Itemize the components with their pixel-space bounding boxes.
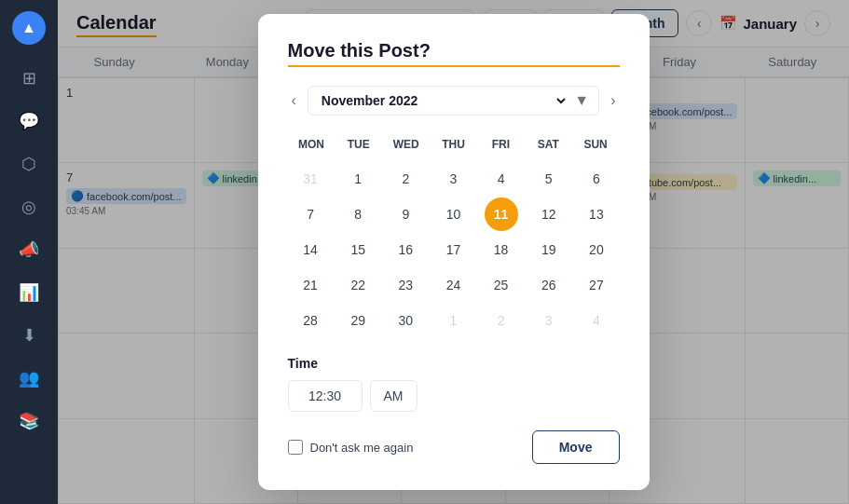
day-5[interactable]: 5 <box>532 162 566 196</box>
month-select[interactable]: November 2022 December 2022 <box>318 92 569 109</box>
day-18[interactable]: 18 <box>485 233 518 266</box>
day-27[interactable]: 27 <box>580 268 613 302</box>
day-7[interactable]: 7 <box>294 198 327 231</box>
modal-overlay[interactable]: Move this Post? ‹ November 2022 December… <box>58 0 849 504</box>
day-17[interactable]: 17 <box>436 233 470 266</box>
dont-ask-text: Don't ask me again <box>310 441 414 455</box>
modal-title: Move this Post? <box>288 40 620 67</box>
sidebar-item-download[interactable]: ⬇ <box>10 317 48 354</box>
dropdown-icon: ▼ <box>574 92 589 109</box>
day-13[interactable]: 13 <box>580 198 613 231</box>
app-logo[interactable]: ▲ <box>12 11 46 45</box>
dow-wed: WED <box>382 134 430 155</box>
sidebar-item-analytics[interactable]: ⬡ <box>10 145 48 183</box>
sidebar-item-dashboard[interactable]: ⊞ <box>10 60 48 97</box>
day-30[interactable]: 30 <box>389 304 422 337</box>
sidebar-item-posts[interactable]: 💬 <box>10 102 48 140</box>
day-21[interactable]: 21 <box>294 268 327 302</box>
day-9[interactable]: 9 <box>389 198 422 231</box>
logo-icon: ▲ <box>21 20 36 36</box>
prev-modal-month-arrow[interactable]: ‹ <box>288 90 300 111</box>
day-3-next[interactable]: 3 <box>532 304 566 337</box>
day-16[interactable]: 16 <box>389 233 422 266</box>
dont-ask-checkbox[interactable] <box>288 440 303 455</box>
day-4[interactable]: 4 <box>485 162 518 196</box>
sidebar-item-chart[interactable]: 📊 <box>10 274 48 311</box>
day-28[interactable]: 28 <box>294 304 327 337</box>
dow-thu: THU <box>430 134 477 155</box>
sidebar-item-campaign[interactable]: 📣 <box>10 231 48 268</box>
time-label: Time <box>288 356 620 371</box>
time-input[interactable] <box>288 380 363 412</box>
dow-sun: SUN <box>572 134 620 155</box>
day-26[interactable]: 26 <box>532 268 566 302</box>
sidebar-item-users[interactable]: 👥 <box>10 360 48 397</box>
month-navigation: ‹ November 2022 December 2022 ▼ › <box>288 86 620 116</box>
day-2-next[interactable]: 2 <box>485 304 518 337</box>
day-23[interactable]: 23 <box>389 268 422 302</box>
sidebar: ▲ ⊞ 💬 ⬡ ◎ 📣 📊 ⬇ 👥 📚 <box>0 0 58 504</box>
day-24[interactable]: 24 <box>436 268 470 302</box>
day-20[interactable]: 20 <box>580 233 613 266</box>
move-post-modal: Move this Post? ‹ November 2022 December… <box>258 14 650 490</box>
day-10[interactable]: 10 <box>436 198 470 231</box>
dow-fri: FRI <box>477 134 525 155</box>
time-section: Time AM <box>288 356 620 412</box>
ampm-button[interactable]: AM <box>370 380 418 412</box>
day-1-next[interactable]: 1 <box>436 304 470 337</box>
month-select-wrapper: November 2022 December 2022 ▼ <box>308 86 599 116</box>
day-14[interactable]: 14 <box>294 233 327 266</box>
day-15[interactable]: 15 <box>341 233 375 266</box>
dow-tue: TUE <box>335 134 382 155</box>
modal-footer: Don't ask me again Move <box>288 430 620 464</box>
day-3[interactable]: 3 <box>436 162 470 196</box>
dont-ask-label: Don't ask me again <box>288 440 414 455</box>
day-22[interactable]: 22 <box>341 268 375 302</box>
day-2[interactable]: 2 <box>389 162 422 196</box>
day-12[interactable]: 12 <box>532 198 566 231</box>
day-6[interactable]: 6 <box>580 162 613 196</box>
time-inputs: AM <box>288 380 620 412</box>
day-11-selected[interactable]: 11 <box>485 198 518 231</box>
date-picker-grid: 31 1 2 3 4 5 6 7 8 9 10 11 12 13 14 15 1… <box>288 162 620 337</box>
next-modal-month-arrow[interactable]: › <box>607 90 619 111</box>
move-button[interactable]: Move <box>532 430 620 464</box>
days-of-week-row: MON TUE WED THU FRI SAT SUN <box>288 134 620 155</box>
main-content: Calendar Day Week Month ‹ 📅 January › <box>58 0 849 504</box>
day-4-next[interactable]: 4 <box>580 304 613 337</box>
dow-mon: MON <box>288 134 335 155</box>
day-1[interactable]: 1 <box>341 162 375 196</box>
sidebar-item-library[interactable]: 📚 <box>10 402 48 440</box>
sidebar-item-target[interactable]: ◎ <box>10 188 48 225</box>
day-8[interactable]: 8 <box>341 198 375 231</box>
day-25[interactable]: 25 <box>485 268 518 302</box>
day-19[interactable]: 19 <box>532 233 566 266</box>
day-29[interactable]: 29 <box>341 304 375 337</box>
day-31-prev[interactable]: 31 <box>294 162 327 196</box>
dow-sat: SAT <box>525 134 572 155</box>
